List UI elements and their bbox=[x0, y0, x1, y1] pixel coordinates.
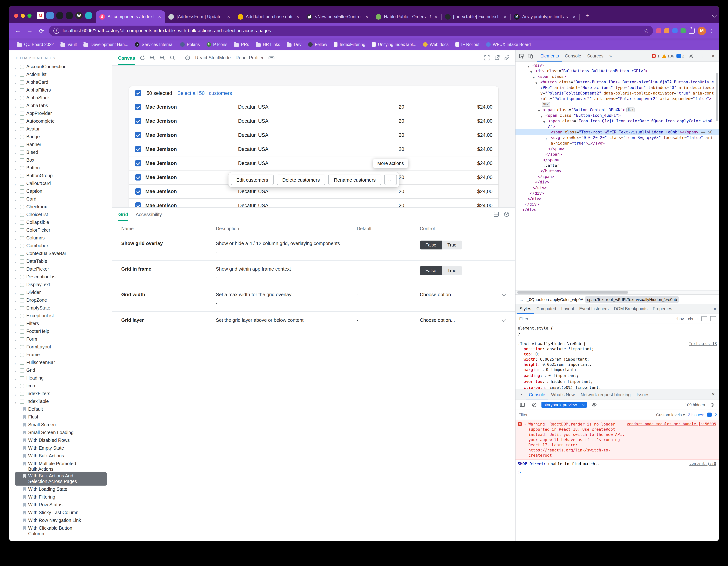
sidebar-story-item[interactable]: Flush bbox=[15, 413, 112, 421]
minimize-window-button[interactable] bbox=[21, 14, 25, 18]
tab-close-icon[interactable]: ✕ bbox=[365, 14, 369, 19]
bookmark-item[interactable]: PRs bbox=[231, 41, 252, 48]
dom-node[interactable]: </span> bbox=[515, 146, 719, 152]
bookmark-item[interactable]: Vault bbox=[57, 41, 80, 48]
tab-search-chevron-icon[interactable] bbox=[712, 12, 715, 19]
tab-close-icon[interactable]: ✕ bbox=[295, 14, 300, 19]
tree-caret-icon[interactable]: ▼ bbox=[536, 80, 537, 86]
extension-ext-blue-icon[interactable] bbox=[672, 28, 678, 33]
sidebar-component-item[interactable]: ▸AlphaFilters bbox=[15, 86, 112, 94]
sidebar-component-item[interactable]: ▸Badge bbox=[15, 133, 112, 141]
issues-badge[interactable]: 2 bbox=[676, 54, 684, 58]
dom-node[interactable]: </div> bbox=[515, 180, 719, 185]
dom-node[interactable]: </button> bbox=[515, 168, 719, 174]
strict-mode-toggle[interactable]: React.StrictMode bbox=[195, 55, 231, 60]
css-property[interactable]: overflow: ▸ hidden !important; bbox=[518, 379, 717, 385]
table-row[interactable]: Mae JemisonDecatur, USA20$24,00 bbox=[129, 142, 498, 156]
sidebar-component-item[interactable]: ▸ColorPicker bbox=[15, 227, 112, 234]
bookmark-item[interactable]: Fellow bbox=[305, 41, 330, 48]
css-property[interactable]: height: 0.0625rem !important; bbox=[518, 362, 717, 367]
devtools-tab-sources[interactable]: Sources bbox=[584, 50, 606, 62]
warning-badge[interactable]: 106 bbox=[662, 54, 674, 58]
styles-tab-properties[interactable]: Properties bbox=[650, 304, 675, 313]
background-toggle-icon[interactable] bbox=[185, 55, 190, 60]
dom-node[interactable]: </div> bbox=[515, 196, 719, 202]
sidebar-component-item[interactable]: ▸DescriptionList bbox=[15, 273, 112, 281]
refresh-icon[interactable] bbox=[140, 55, 145, 60]
bookmark-item[interactable]: Web docs bbox=[420, 41, 452, 48]
sidebar-component-item[interactable]: ▸FooterHelp bbox=[15, 328, 112, 335]
zoom-in-icon[interactable] bbox=[150, 55, 155, 60]
styles-filter-input[interactable] bbox=[518, 316, 673, 321]
browser-tab[interactable]: [IndexTable] Fix IndexTa✕ bbox=[442, 10, 511, 23]
sidebar-story-item[interactable]: With Empty State bbox=[15, 444, 112, 452]
sidebar-component-item[interactable]: ▸Bleed bbox=[15, 149, 112, 157]
copy-link-icon[interactable] bbox=[504, 55, 510, 60]
measure-ruler-icon[interactable] bbox=[269, 56, 274, 60]
toggle-hover-state-button[interactable]: :hov bbox=[676, 316, 684, 321]
pinned-tab-wiki[interactable]: W bbox=[75, 12, 83, 19]
live-expression-eye-icon[interactable] bbox=[590, 400, 599, 409]
device-toolbar-icon[interactable] bbox=[526, 52, 535, 60]
sidebar-component-item[interactable]: ▸CalloutCard bbox=[15, 180, 112, 188]
pinned-tab-app-blue[interactable] bbox=[46, 12, 54, 19]
dom-node[interactable]: </div> bbox=[515, 202, 719, 207]
bookmark-item[interactable]: aServices Internal bbox=[132, 41, 176, 48]
close-drawer-icon[interactable]: ✕ bbox=[709, 390, 718, 399]
flex-badge[interactable]: flex bbox=[627, 108, 635, 112]
sidebar-component-item[interactable]: ▸IndexFilters bbox=[15, 390, 112, 398]
sidebar-component-item[interactable]: ▸Checkbox bbox=[15, 203, 112, 211]
tree-caret-icon[interactable]: ▼ bbox=[543, 119, 545, 125]
error-source-link[interactable]: vendors-node_modules_ger.bundle.js:56095 bbox=[627, 421, 716, 458]
dom-node[interactable]: ::after bbox=[515, 163, 719, 168]
tab-close-icon[interactable]: ✕ bbox=[157, 14, 162, 19]
sidebar-component-item[interactable]: ▸DatePicker bbox=[15, 266, 112, 273]
sidebar-component-item[interactable]: ▸Combobox bbox=[15, 242, 112, 250]
dom-node[interactable]: </div> bbox=[515, 191, 719, 196]
sidebar-component-item[interactable]: ▸Divider bbox=[15, 289, 112, 296]
sidebar-component-item[interactable]: ▸ExceptionList bbox=[15, 312, 112, 320]
expand-arrow-icon[interactable]: ▸ bbox=[545, 374, 548, 378]
devtools-menu-icon[interactable]: ⋮ bbox=[698, 52, 706, 60]
breadcrumb-item[interactable]: span.Text-root_w5rIR.Text-visuallyHidden… bbox=[585, 296, 679, 302]
addon-tab-accessibility[interactable]: Accessibility bbox=[136, 208, 162, 221]
sidebar-component-item[interactable]: ▸Filters bbox=[15, 320, 112, 328]
sidebar-component-item[interactable]: ▸Autocomplete bbox=[15, 118, 112, 125]
console-prompt[interactable]: > bbox=[515, 468, 719, 476]
extension-ext-green-icon[interactable] bbox=[681, 28, 686, 33]
row-checkbox[interactable] bbox=[135, 118, 141, 124]
bookmark-star-icon[interactable]: ☆ bbox=[644, 28, 649, 34]
sidebar-component-item[interactable]: ▸Banner bbox=[15, 141, 112, 149]
styles-tab-event-listeners[interactable]: Event Listeners bbox=[577, 304, 611, 313]
sidebar-story-item[interactable]: Small Screen Loading bbox=[15, 429, 112, 437]
tab-close-icon[interactable]: ✕ bbox=[434, 14, 438, 19]
inspect-element-icon[interactable] bbox=[517, 52, 526, 60]
sidebar-component-item[interactable]: ▸Avatar bbox=[15, 125, 112, 133]
bookmark-item[interactable]: QC Board 2022 bbox=[14, 41, 57, 48]
dom-node[interactable]: </span> bbox=[515, 152, 719, 157]
sidebar-story-item[interactable]: With Multiple Promoted Bulk Actions bbox=[15, 460, 112, 472]
pinned-tab-chat[interactable] bbox=[85, 12, 92, 19]
dom-node[interactable]: </div> bbox=[515, 185, 719, 191]
address-bar[interactable]: i localhost:6006/?path=/story/all-compon… bbox=[49, 26, 653, 36]
console-error-message[interactable]: ✕ ▸ Warning: ReactDOM.render is no longe… bbox=[515, 420, 719, 460]
tab-close-icon[interactable]: ✕ bbox=[503, 14, 507, 19]
window-controls[interactable] bbox=[14, 14, 32, 18]
sidebar-story-item[interactable]: Default bbox=[15, 405, 112, 413]
console-filter-input[interactable] bbox=[518, 412, 653, 417]
dom-node[interactable]: </span> bbox=[515, 157, 719, 163]
grid-editor-icon[interactable] bbox=[710, 316, 716, 321]
dom-node[interactable]: ▼<span class> bbox=[515, 74, 719, 79]
stylesheet-source-link[interactable]: Text.scss:18 bbox=[689, 341, 717, 346]
table-row[interactable]: Mae JemisonDecatur, USA20$24,00 bbox=[129, 128, 498, 142]
dom-node[interactable]: <span class="Text-root_w5rIR Text-visual… bbox=[515, 129, 719, 135]
flex-badge[interactable]: flex bbox=[542, 102, 550, 107]
drawer-tab-issues[interactable]: Issues bbox=[634, 389, 652, 400]
styles-tab-layout[interactable]: Layout bbox=[559, 304, 577, 313]
close-devtools-icon[interactable]: ✕ bbox=[709, 52, 718, 60]
sidebar-component-item[interactable]: ▸DropZone bbox=[15, 296, 112, 304]
sidebar-component-item[interactable]: ▸ButtonGroup bbox=[15, 172, 112, 180]
css-property[interactable]: width: 0.0625rem !important; bbox=[518, 356, 717, 362]
sidebar-component-item[interactable]: ▸AlphaStack bbox=[15, 94, 112, 102]
sidebar-component-item[interactable]: ▸Frame bbox=[15, 351, 112, 359]
